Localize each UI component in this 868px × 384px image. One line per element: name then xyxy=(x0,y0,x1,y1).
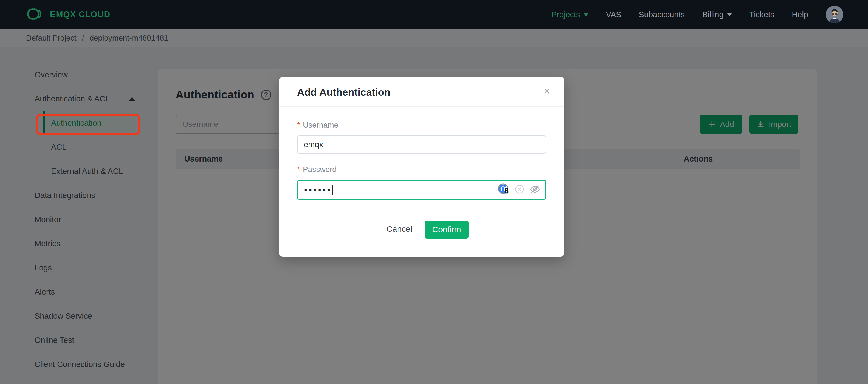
nav-vas[interactable]: VAS xyxy=(606,10,621,19)
nav-tickets[interactable]: Tickets xyxy=(749,10,774,19)
dialog-header: Add Authentication × xyxy=(279,77,564,107)
dialog-title: Add Authentication xyxy=(297,87,391,98)
add-authentication-dialog: Add Authentication × *Username *Password… xyxy=(279,77,564,257)
top-nav-menu: Projects VAS Subaccounts Billing Tickets… xyxy=(551,6,868,23)
nav-projects[interactable]: Projects xyxy=(551,10,588,19)
close-icon[interactable]: × xyxy=(544,86,550,97)
password-field-label: *Password xyxy=(297,165,337,174)
cancel-button[interactable]: Cancel xyxy=(381,221,417,237)
emqx-logo-icon xyxy=(26,7,44,22)
nav-billing[interactable]: Billing xyxy=(702,10,732,19)
nav-help[interactable]: Help xyxy=(792,10,808,19)
password-masked-value: •••••• xyxy=(304,185,332,194)
brand-title: EMQX CLOUD xyxy=(50,9,110,20)
nav-subaccounts[interactable]: Subaccounts xyxy=(639,10,685,19)
chevron-down-icon xyxy=(584,13,588,16)
user-avatar[interactable] xyxy=(826,6,843,23)
chevron-down-icon xyxy=(727,13,732,16)
toggle-password-visibility-icon[interactable] xyxy=(529,184,540,196)
brand[interactable]: EMQX CLOUD xyxy=(0,7,110,22)
text-cursor xyxy=(332,185,333,195)
required-marker: * xyxy=(297,165,300,173)
top-navigation-bar: EMQX CLOUD Projects VAS Subaccounts Bill… xyxy=(0,0,868,29)
onepassword-extension-icon[interactable] xyxy=(497,183,510,197)
confirm-button[interactable]: Confirm xyxy=(425,221,469,238)
username-field-label: *Username xyxy=(297,121,338,129)
username-input[interactable] xyxy=(297,135,546,154)
password-input[interactable]: •••••• xyxy=(297,180,546,200)
clear-input-icon[interactable] xyxy=(515,184,525,195)
required-marker: * xyxy=(297,121,300,129)
